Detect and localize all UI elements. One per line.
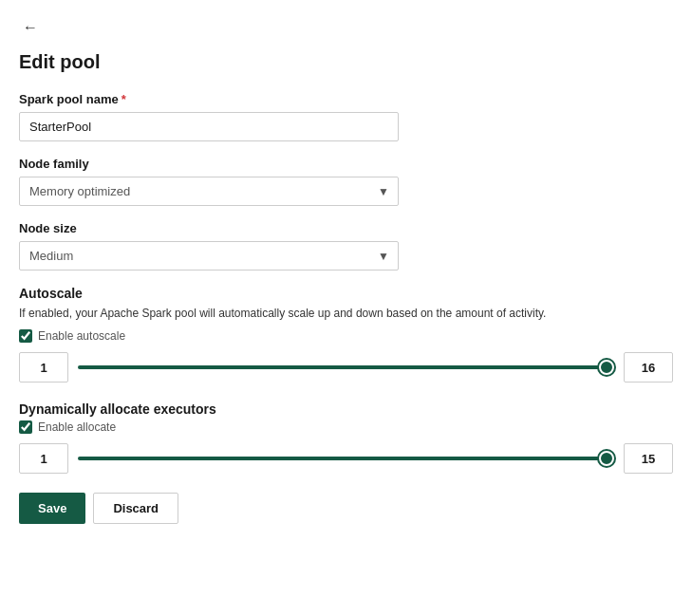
autoscale-slider-row: 1 16: [19, 352, 673, 383]
dynamic-executors-slider-row: 1 15: [19, 443, 673, 474]
dynamic-executors-min-box: 1: [19, 443, 68, 474]
autoscale-slider-wrapper: [78, 365, 614, 369]
autoscale-title: Autoscale: [19, 286, 673, 301]
autoscale-max-box: 16: [624, 352, 673, 383]
dynamic-executors-slider-wrapper: [78, 457, 614, 460]
autoscale-checkbox-row: Enable autoscale: [19, 329, 673, 343]
node-family-group: Node family Memory optimized General pur…: [19, 157, 673, 206]
node-size-group: Node size Small Medium Large XLarge XXLa…: [19, 221, 673, 271]
dynamic-executors-slider[interactable]: [78, 457, 614, 460]
back-icon: ←: [23, 19, 38, 36]
autoscale-section: Autoscale If enabled, your Apache Spark …: [19, 286, 673, 383]
autoscale-checkbox-label: Enable autoscale: [38, 329, 125, 343]
page-title: Edit pool: [19, 51, 673, 73]
dynamic-executors-checkbox-row: Enable allocate: [19, 420, 673, 434]
autoscale-min-box: 1: [19, 352, 68, 383]
back-button[interactable]: ←: [19, 15, 42, 40]
spark-pool-name-group: Spark pool name*: [19, 92, 673, 141]
save-button[interactable]: Save: [19, 493, 85, 524]
node-size-label: Node size: [19, 221, 673, 235]
required-star: *: [122, 92, 126, 106]
spark-pool-name-input[interactable]: [19, 112, 399, 141]
page-container: ← Edit pool Spark pool name* Node family…: [0, 0, 692, 547]
dynamic-executors-max-box: 15: [624, 443, 673, 474]
node-family-label: Node family: [19, 157, 673, 171]
node-size-select-wrapper: Small Medium Large XLarge XXLarge ▼: [19, 241, 399, 271]
dynamic-executors-checkbox-label: Enable allocate: [38, 420, 116, 434]
discard-button[interactable]: Discard: [93, 493, 178, 524]
dynamic-executors-section: Dynamically allocate executors Enable al…: [19, 401, 673, 474]
node-size-select[interactable]: Small Medium Large XLarge XXLarge: [19, 241, 399, 271]
action-buttons: Save Discard: [19, 493, 673, 524]
autoscale-checkbox[interactable]: [19, 329, 32, 343]
dynamic-executors-checkbox[interactable]: [19, 420, 32, 434]
dynamic-executors-title: Dynamically allocate executors: [19, 401, 673, 417]
autoscale-description: If enabled, your Apache Spark pool will …: [19, 305, 664, 322]
node-family-select-wrapper: Memory optimized General purpose Compute…: [19, 177, 399, 206]
autoscale-slider[interactable]: [78, 365, 614, 369]
node-family-select[interactable]: Memory optimized General purpose Compute…: [19, 177, 399, 206]
spark-pool-label: Spark pool name*: [19, 92, 673, 106]
